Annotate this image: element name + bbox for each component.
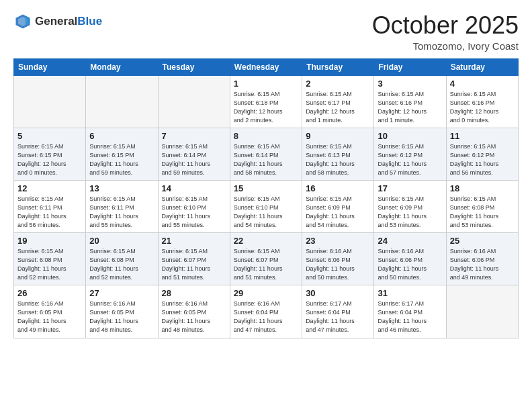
logo: GeneralBlue <box>13 12 102 31</box>
calendar-cell: 9Sunrise: 6:15 AM Sunset: 6:13 PM Daylig… <box>302 128 374 180</box>
day-number: 11 <box>450 131 515 141</box>
weekday-header-friday: Friday <box>374 58 446 75</box>
day-number: 26 <box>17 288 82 298</box>
day-info: Sunrise: 6:16 AM Sunset: 6:05 PM Dayligh… <box>17 300 82 334</box>
day-info: Sunrise: 6:15 AM Sunset: 6:15 PM Dayligh… <box>17 142 82 177</box>
day-info: Sunrise: 6:15 AM Sunset: 6:15 PM Dayligh… <box>89 142 154 177</box>
day-info: Sunrise: 6:15 AM Sunset: 6:12 PM Dayligh… <box>450 142 515 177</box>
day-number: 29 <box>234 288 298 298</box>
calendar-cell: 7Sunrise: 6:15 AM Sunset: 6:14 PM Daylig… <box>158 128 230 180</box>
weekday-header-sunday: Sunday <box>14 58 86 75</box>
day-info: Sunrise: 6:16 AM Sunset: 6:04 PM Dayligh… <box>234 300 298 334</box>
day-info: Sunrise: 6:15 AM Sunset: 6:08 PM Dayligh… <box>450 195 515 230</box>
calendar-cell: 11Sunrise: 6:15 AM Sunset: 6:12 PM Dayli… <box>446 128 518 180</box>
calendar-cell: 27Sunrise: 6:16 AM Sunset: 6:05 PM Dayli… <box>86 285 158 338</box>
calendar-cell: 12Sunrise: 6:15 AM Sunset: 6:11 PM Dayli… <box>14 180 86 232</box>
day-number: 6 <box>89 131 154 141</box>
calendar-cell: 4Sunrise: 6:15 AM Sunset: 6:16 PM Daylig… <box>446 75 518 128</box>
calendar-cell: 21Sunrise: 6:15 AM Sunset: 6:07 PM Dayli… <box>158 233 230 285</box>
week-row-1: 1Sunrise: 6:15 AM Sunset: 6:18 PM Daylig… <box>14 75 519 128</box>
day-number: 12 <box>17 183 82 193</box>
day-number: 3 <box>378 79 442 89</box>
day-number: 18 <box>450 183 515 193</box>
calendar-cell: 2Sunrise: 6:15 AM Sunset: 6:17 PM Daylig… <box>302 75 374 128</box>
header: GeneralBlue October 2025 Tomozomo, Ivory… <box>13 12 519 52</box>
logo-icon <box>13 12 32 31</box>
week-row-2: 5Sunrise: 6:15 AM Sunset: 6:15 PM Daylig… <box>14 128 519 180</box>
calendar-cell: 13Sunrise: 6:15 AM Sunset: 6:11 PM Dayli… <box>86 180 158 232</box>
day-number: 17 <box>378 183 442 193</box>
calendar-cell: 6Sunrise: 6:15 AM Sunset: 6:15 PM Daylig… <box>86 128 158 180</box>
weekday-header-wednesday: Wednesday <box>230 58 302 75</box>
calendar-cell: 22Sunrise: 6:15 AM Sunset: 6:07 PM Dayli… <box>230 233 302 285</box>
day-info: Sunrise: 6:15 AM Sunset: 6:16 PM Dayligh… <box>450 90 515 125</box>
week-row-5: 26Sunrise: 6:16 AM Sunset: 6:05 PM Dayli… <box>14 285 519 338</box>
calendar-cell <box>14 75 86 128</box>
calendar-cell: 15Sunrise: 6:15 AM Sunset: 6:10 PM Dayli… <box>230 180 302 232</box>
day-number: 23 <box>306 236 370 246</box>
calendar-table: SundayMondayTuesdayWednesdayThursdayFrid… <box>13 58 519 338</box>
day-info: Sunrise: 6:16 AM Sunset: 6:06 PM Dayligh… <box>306 247 370 282</box>
week-row-4: 19Sunrise: 6:15 AM Sunset: 6:08 PM Dayli… <box>14 233 519 285</box>
day-number: 15 <box>234 183 298 193</box>
day-number: 2 <box>306 79 370 89</box>
weekday-header-thursday: Thursday <box>302 58 374 75</box>
calendar-cell: 3Sunrise: 6:15 AM Sunset: 6:16 PM Daylig… <box>374 75 446 128</box>
calendar-cell: 18Sunrise: 6:15 AM Sunset: 6:08 PM Dayli… <box>446 180 518 232</box>
calendar-cell: 16Sunrise: 6:15 AM Sunset: 6:09 PM Dayli… <box>302 180 374 232</box>
calendar-cell: 20Sunrise: 6:15 AM Sunset: 6:08 PM Dayli… <box>86 233 158 285</box>
day-number: 7 <box>162 131 226 141</box>
weekday-header-row: SundayMondayTuesdayWednesdayThursdayFrid… <box>14 58 519 75</box>
calendar-cell: 1Sunrise: 6:15 AM Sunset: 6:18 PM Daylig… <box>230 75 302 128</box>
calendar-cell: 10Sunrise: 6:15 AM Sunset: 6:12 PM Dayli… <box>374 128 446 180</box>
day-info: Sunrise: 6:15 AM Sunset: 6:12 PM Dayligh… <box>378 142 442 177</box>
day-info: Sunrise: 6:15 AM Sunset: 6:13 PM Dayligh… <box>306 142 370 177</box>
page: GeneralBlue October 2025 Tomozomo, Ivory… <box>0 0 532 351</box>
day-info: Sunrise: 6:15 AM Sunset: 6:10 PM Dayligh… <box>162 195 226 230</box>
day-info: Sunrise: 6:15 AM Sunset: 6:10 PM Dayligh… <box>234 195 298 230</box>
calendar-cell: 19Sunrise: 6:15 AM Sunset: 6:08 PM Dayli… <box>14 233 86 285</box>
day-info: Sunrise: 6:16 AM Sunset: 6:06 PM Dayligh… <box>378 247 442 282</box>
weekday-header-monday: Monday <box>86 58 158 75</box>
logo-general: General <box>35 15 77 28</box>
day-info: Sunrise: 6:16 AM Sunset: 6:05 PM Dayligh… <box>162 300 226 334</box>
calendar-cell: 30Sunrise: 6:17 AM Sunset: 6:04 PM Dayli… <box>302 285 374 338</box>
calendar-cell: 24Sunrise: 6:16 AM Sunset: 6:06 PM Dayli… <box>374 233 446 285</box>
day-number: 25 <box>450 236 515 246</box>
day-info: Sunrise: 6:15 AM Sunset: 6:09 PM Dayligh… <box>306 195 370 230</box>
calendar-cell: 29Sunrise: 6:16 AM Sunset: 6:04 PM Dayli… <box>230 285 302 338</box>
day-number: 10 <box>378 131 442 141</box>
day-number: 9 <box>306 131 370 141</box>
day-number: 1 <box>234 79 298 89</box>
calendar-cell: 26Sunrise: 6:16 AM Sunset: 6:05 PM Dayli… <box>14 285 86 338</box>
calendar-cell: 23Sunrise: 6:16 AM Sunset: 6:06 PM Dayli… <box>302 233 374 285</box>
calendar-cell: 14Sunrise: 6:15 AM Sunset: 6:10 PM Dayli… <box>158 180 230 232</box>
calendar-cell <box>86 75 158 128</box>
day-number: 27 <box>89 288 154 298</box>
day-number: 13 <box>89 183 154 193</box>
day-info: Sunrise: 6:16 AM Sunset: 6:06 PM Dayligh… <box>450 247 515 282</box>
day-info: Sunrise: 6:15 AM Sunset: 6:09 PM Dayligh… <box>378 195 442 230</box>
day-info: Sunrise: 6:17 AM Sunset: 6:04 PM Dayligh… <box>306 300 370 334</box>
day-info: Sunrise: 6:15 AM Sunset: 6:11 PM Dayligh… <box>89 195 154 230</box>
day-number: 21 <box>162 236 226 246</box>
day-number: 5 <box>17 131 82 141</box>
month-title: October 2025 <box>372 12 519 39</box>
day-number: 22 <box>234 236 298 246</box>
calendar-cell: 8Sunrise: 6:15 AM Sunset: 6:14 PM Daylig… <box>230 128 302 180</box>
day-info: Sunrise: 6:15 AM Sunset: 6:18 PM Dayligh… <box>234 90 298 125</box>
logo-text: GeneralBlue <box>35 15 102 28</box>
day-number: 20 <box>89 236 154 246</box>
location-subtitle: Tomozomo, Ivory Coast <box>372 40 519 52</box>
day-info: Sunrise: 6:15 AM Sunset: 6:08 PM Dayligh… <box>17 247 82 282</box>
day-number: 31 <box>378 288 442 298</box>
day-number: 24 <box>378 236 442 246</box>
weekday-header-saturday: Saturday <box>446 58 518 75</box>
calendar-cell: 25Sunrise: 6:16 AM Sunset: 6:06 PM Dayli… <box>446 233 518 285</box>
day-info: Sunrise: 6:15 AM Sunset: 6:07 PM Dayligh… <box>162 247 226 282</box>
calendar-cell: 17Sunrise: 6:15 AM Sunset: 6:09 PM Dayli… <box>374 180 446 232</box>
day-number: 28 <box>162 288 226 298</box>
weekday-header-tuesday: Tuesday <box>158 58 230 75</box>
day-info: Sunrise: 6:17 AM Sunset: 6:04 PM Dayligh… <box>378 300 442 334</box>
day-number: 30 <box>306 288 370 298</box>
